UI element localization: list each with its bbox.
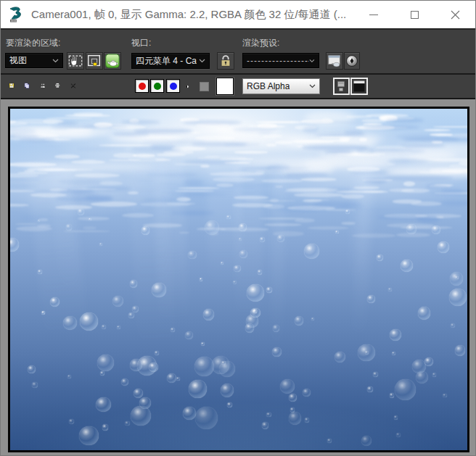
ui-window-icon (353, 80, 365, 92)
green-channel-button[interactable] (150, 79, 164, 93)
pan-region-button[interactable] (67, 52, 84, 70)
alpha-channel-button[interactable] (200, 82, 209, 91)
render-surface (8, 107, 469, 452)
close-button[interactable] (435, 1, 475, 28)
canvas-frame (1, 98, 476, 456)
depth-vignette (10, 109, 467, 450)
chevron-down-icon (52, 59, 59, 63)
monochrome-icon (186, 81, 189, 92)
lock-viewport-button[interactable] (217, 52, 234, 70)
chevron-down-icon (309, 84, 316, 88)
channel-display-select[interactable]: RGB Alpha (242, 78, 320, 94)
window-title: Camera001, 帧 0, 显示 Gamma: 2.2, RGBA 颜色 3… (31, 8, 346, 22)
area-to-render-select[interactable]: 视图 (5, 53, 63, 68)
render-preset-select[interactable]: -------------------- (242, 53, 319, 68)
copy-image-button[interactable] (20, 78, 34, 93)
close-icon (451, 10, 460, 20)
viewport-select[interactable]: 四元菜单 4 - Ca (131, 53, 210, 69)
toolbar-row-2: RGB Alpha (1, 73, 475, 98)
lock-icon (218, 53, 234, 69)
maximize-icon (411, 11, 419, 19)
render-setup-button[interactable] (326, 52, 343, 70)
clone-window-button[interactable] (36, 78, 50, 93)
render-button[interactable] (104, 52, 121, 70)
background-color-swatch[interactable] (216, 78, 234, 95)
minimize-icon (369, 14, 378, 15)
save-image-button[interactable] (4, 78, 19, 93)
blue-channel-icon (170, 83, 177, 90)
chevron-down-icon (199, 59, 205, 63)
environment-icon (345, 53, 359, 69)
rendered-image[interactable] (10, 109, 467, 450)
minimize-button[interactable] (353, 1, 394, 28)
ui-overlays-icon (336, 80, 347, 92)
area-to-render-label: 要渲染的区域: (6, 37, 60, 49)
pan-hand-icon (67, 53, 83, 69)
red-channel-icon (139, 83, 146, 90)
titlebar[interactable]: Camera001, 帧 0, 显示 Gamma: 2.2, RGBA 颜色 3… (1, 1, 475, 28)
clear-image-button[interactable] (66, 78, 81, 93)
render-teapot-icon (104, 53, 120, 69)
3dsmax-app-icon (7, 5, 25, 24)
print-icon (54, 78, 60, 93)
render-setup-icon (327, 53, 342, 69)
edit-region-button[interactable] (86, 52, 103, 70)
render-preset-label: 渲染预设: (242, 37, 279, 49)
delete-x-icon (70, 78, 76, 93)
environment-effects-button[interactable] (344, 52, 360, 70)
print-image-button[interactable] (50, 78, 65, 93)
maximize-button[interactable] (394, 1, 435, 28)
toggle-ui-overlays-button[interactable] (333, 78, 350, 95)
viewport-label: 视口: (131, 37, 151, 49)
edit-region-icon (86, 53, 102, 69)
red-channel-button[interactable] (135, 79, 149, 93)
clone-people-icon (40, 78, 46, 93)
save-icon (9, 78, 15, 93)
copy-icon (24, 78, 30, 93)
green-channel-icon (154, 83, 161, 90)
window-controls (353, 1, 475, 28)
blue-channel-button[interactable] (166, 79, 180, 93)
monochrome-button[interactable] (181, 80, 193, 92)
toggle-ui-button[interactable] (350, 78, 368, 95)
toolbar-row-1: 要渲染的区域: 视图 (1, 28, 475, 73)
rendered-frame-window: Camera001, 帧 0, 显示 Gamma: 2.2, RGBA 颜色 3… (0, 0, 476, 456)
chevron-down-icon (309, 59, 315, 63)
